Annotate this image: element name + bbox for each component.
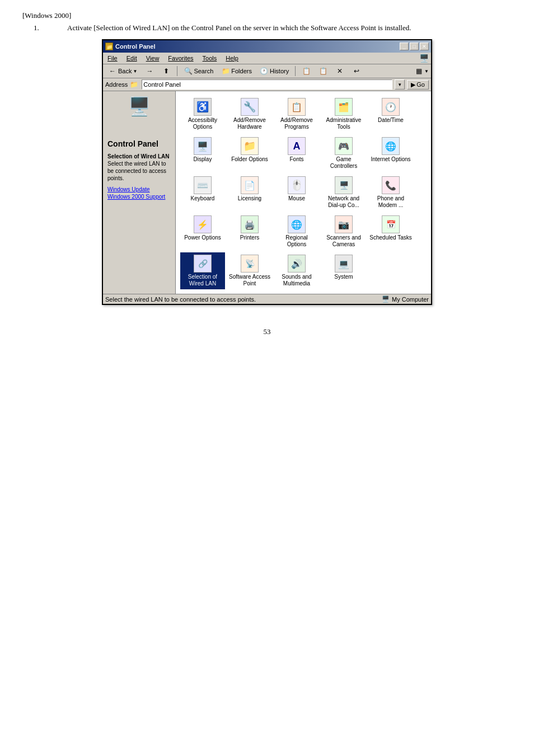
icon-image: 🖥️ [194, 137, 212, 155]
minimize-button[interactable]: _ [400, 43, 409, 50]
back-icon: ← [108, 67, 117, 76]
address-icon: 📁 [130, 81, 138, 88]
icon-item[interactable]: 🗂️Administrative Tools [321, 96, 366, 133]
icon-image: 📷 [335, 215, 353, 233]
icon-label: Regional Options [275, 234, 318, 248]
icon-image: 🔊 [288, 255, 306, 273]
sidebar-link-windows-support[interactable]: Windows 2000 Support [107, 194, 171, 200]
toolbar: ← Back ▼ → ⬆ 🔍 Search 📁 Folders 🕐 Histor… [103, 64, 431, 78]
copy-button[interactable]: 📋 [299, 65, 313, 77]
icon-item[interactable]: 🔗Selection of Wired LAN [180, 252, 225, 289]
icon-item[interactable]: 🖱️Mouse [274, 174, 319, 211]
icon-item[interactable]: 📡Software Access Point [227, 252, 272, 289]
icon-image: ⌨️ [194, 176, 212, 194]
address-dropdown[interactable]: ▼ [395, 79, 405, 90]
icon-label: Selection of Wired LAN [181, 274, 224, 287]
folders-button[interactable]: 📁 Folders [218, 65, 255, 77]
icon-image: 📋 [288, 98, 306, 116]
address-field[interactable]: Control Panel [142, 79, 392, 90]
menu-file[interactable]: File [105, 54, 120, 62]
network-icon: 🖥️ [419, 54, 429, 63]
icon-image: 📅 [382, 215, 400, 233]
menubar: File Edit View Favorites Tools Help 🖥️ [103, 53, 431, 64]
icon-item[interactable]: 📷Scanners and Cameras [321, 213, 366, 250]
icon-item[interactable]: 📋Add/Remove Programs [274, 96, 319, 133]
views-icon: ▦ [414, 67, 423, 76]
toolbar-separator-2 [295, 66, 296, 76]
sidebar-desc-heading: Selection of Wired LAN [107, 153, 169, 159]
icon-item[interactable]: 🎮Game Controllers [321, 135, 366, 172]
icon-item[interactable]: 💻System [321, 252, 366, 289]
icon-item[interactable]: 📞Phone and Modem ... [368, 174, 413, 211]
search-label: Search [194, 68, 213, 74]
icon-label: Add/Remove Hardware [228, 117, 271, 130]
sidebar-desc: Selection of Wired LAN Select the wired … [107, 153, 171, 182]
icon-image: 🖱️ [288, 176, 306, 194]
sidebar-desc-body: Select the wired LAN to be connected to … [107, 161, 166, 181]
icon-item[interactable]: ⌨️Keyboard [180, 174, 225, 211]
views-dropdown[interactable]: ▼ [424, 69, 429, 74]
icon-image: 🗂️ [335, 98, 353, 116]
history-button[interactable]: 🕐 History [257, 65, 292, 77]
maximize-button[interactable]: □ [410, 43, 419, 50]
icon-label: Power Options [184, 234, 221, 241]
undo-icon: ↩ [352, 67, 361, 76]
icon-item[interactable]: 📅Scheduled Tasks [368, 213, 413, 250]
menu-tools[interactable]: Tools [200, 54, 219, 62]
window-controls: _ □ ✕ [400, 43, 429, 50]
mycomputer-label: My Computer [392, 296, 429, 303]
search-button[interactable]: 🔍 Search [181, 65, 216, 77]
go-label: Go [416, 81, 425, 88]
icon-item[interactable]: 🔊Sounds and Multimedia [274, 252, 319, 289]
window-title: Control Panel [115, 43, 156, 50]
up-button[interactable]: ⬆ [159, 65, 174, 77]
sidebar-link-windows-update[interactable]: Windows Update [107, 186, 171, 192]
icon-image: 📞 [382, 176, 400, 194]
doc-header: [Windows 2000] [22, 11, 512, 20]
forward-button[interactable]: → [142, 65, 157, 77]
icon-item[interactable]: 📄Licensing [227, 174, 272, 211]
icon-label: Accessibilty Options [181, 117, 224, 130]
statusbar-right: 🖥️ My Computer [382, 295, 429, 303]
icon-item[interactable]: AFonts [274, 135, 319, 172]
icon-image: 🌐 [288, 215, 306, 233]
delete-icon: ✕ [335, 67, 344, 76]
go-button[interactable]: ▶ Go [407, 80, 429, 90]
icon-item[interactable]: 🔧Add/Remove Hardware [227, 96, 272, 133]
mycomputer-icon: 🖥️ [382, 295, 390, 303]
step-text: Activate [Selection of Wired LAN] on the… [67, 24, 512, 32]
close-button[interactable]: ✕ [420, 43, 429, 50]
icon-item[interactable]: 📁Folder Options [227, 135, 272, 172]
menu-edit[interactable]: Edit [124, 54, 139, 62]
icon-item[interactable]: 🌐Internet Options [368, 135, 413, 172]
icon-label: Game Controllers [322, 156, 365, 170]
icon-item[interactable]: 🌐Regional Options [274, 213, 319, 250]
icon-label: Mouse [288, 195, 305, 202]
menu-favorites[interactable]: Favorites [166, 54, 195, 62]
icon-item[interactable]: ⚡Power Options [180, 213, 225, 250]
back-button[interactable]: ← Back ▼ [105, 65, 140, 77]
undo-button[interactable]: ↩ [349, 65, 364, 77]
statusbar-left: Select the wired LAN to be connected to … [105, 296, 256, 303]
icon-label: Software Access Point [228, 274, 271, 287]
paste-button[interactable]: 📋 [316, 65, 330, 77]
sidebar-icon: 🖥️ [107, 96, 171, 117]
delete-button[interactable]: ✕ [332, 65, 347, 77]
doc-step: 1. Activate [Selection of Wired LAN] on … [22, 24, 512, 32]
folders-icon: 📁 [221, 67, 230, 76]
icon-image: 🔧 [241, 98, 259, 116]
icon-image: 🎮 [335, 137, 353, 155]
menu-view[interactable]: View [144, 54, 162, 62]
menu-help[interactable]: Help [223, 54, 241, 62]
back-dropdown[interactable]: ▼ [133, 69, 137, 74]
icon-item[interactable]: 🖥️Network and Dial-up Co... [321, 174, 366, 211]
icon-item[interactable]: 🕐Date/Time [368, 96, 413, 133]
views-button[interactable]: ▦ ▼ [414, 67, 429, 76]
icon-item[interactable]: 🖨️Printers [227, 213, 272, 250]
icon-image: 📁 [241, 137, 259, 155]
icon-image: 📄 [241, 176, 259, 194]
statusbar: Select the wired LAN to be connected to … [103, 294, 431, 304]
icon-label: Date/Time [378, 117, 404, 124]
icon-item[interactable]: ♿Accessibilty Options [180, 96, 225, 133]
icon-item[interactable]: 🖥️Display [180, 135, 225, 172]
